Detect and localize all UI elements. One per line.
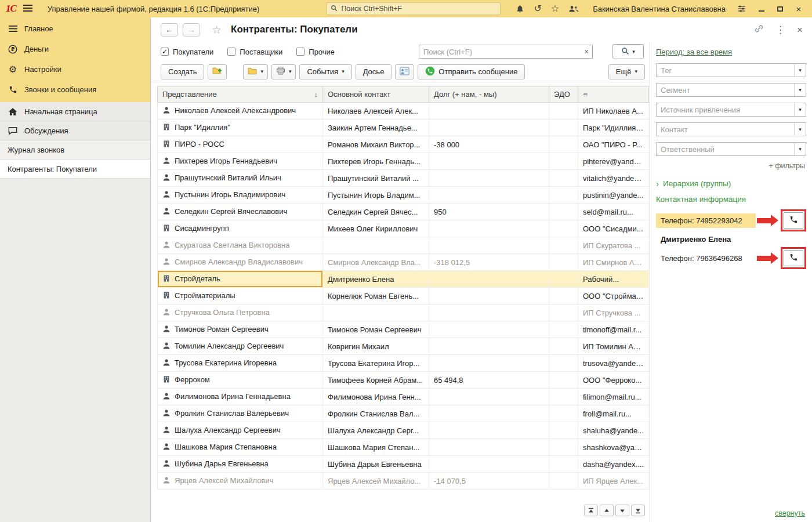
call-button-2[interactable] [784,250,803,266]
table-row[interactable]: Ферроком Тимофеев Корней Абрам... 65 494… [158,372,649,389]
chevron-down-icon[interactable]: ▾ [794,103,806,116]
notifications-bell-icon[interactable] [516,4,524,13]
hierarchy-toggle[interactable]: › Иерархия (группы) [656,179,806,188]
filter-segment-input[interactable] [657,84,794,96]
table-row[interactable]: Стручкова Ольга Петровна ИП Стручкова ..… [158,304,649,321]
table-row[interactable]: Скуратова Светлана Викторовна ИП Скурато… [158,237,649,254]
table-row[interactable]: ПИРО - РОСС Романов Михаил Виктор... -38… [158,136,649,153]
sidebar-item-counterparties[interactable]: Контрагенты: Покупатели [0,160,150,179]
column-label: Представление [162,90,217,99]
contact-phone-highlighted[interactable]: Телефон: 74952293042 [656,213,756,228]
table-row[interactable]: Фролкин Станислав Валерьевич Фролкин Ста… [158,405,649,422]
call-button-1[interactable] [784,212,803,229]
list-up-button[interactable] [600,505,614,516]
table-row[interactable]: Пустынин Игорь Владимирович Пустынин Иго… [158,187,649,204]
table-row[interactable]: Николаев Алексей Александрович Николаев … [158,103,649,119]
sidebar-item-settings[interactable]: ⚙ Настройки [0,59,150,79]
table-row[interactable]: Шубина Дарья Евгеньевна Шубина Дарья Евг… [158,456,649,473]
cell-contact: Тимофеев Корней Абрам... [323,372,429,389]
history-icon[interactable]: ↺ [534,4,541,13]
chevron-down-icon[interactable]: ▾ [794,143,806,155]
close-form-icon[interactable]: × [797,25,803,35]
table-row[interactable]: Стройматериалы Корнелюк Роман Евгень... … [158,288,649,304]
column-header-edo[interactable]: ЭДО [549,86,578,103]
table-row[interactable]: Ярцев Алексей Михайлович Ярцев Алексей М… [158,473,649,490]
table-row[interactable]: Стройдеталь Дмитриенко Елена Рабочий... [158,271,649,288]
send-message-button[interactable]: Отправить сообщение [418,64,525,79]
back-button[interactable]: ← [161,23,178,37]
column-header-main-contact[interactable]: Основной контакт [323,86,429,103]
main-menu-button[interactable] [22,3,34,14]
current-user[interactable]: Бакинская Валентина Станиславовна [593,5,726,13]
sidebar-item-calls-messages[interactable]: Звонки и сообщения [0,79,150,100]
sidebar-item-home[interactable]: Начальная страница [0,102,150,121]
more-button[interactable]: Ещё ▾ [608,64,645,79]
clear-search-icon[interactable]: × [581,47,592,56]
column-header-representation[interactable]: Представление ↓ [158,86,323,103]
filter-responsible[interactable]: ▾ [656,142,806,156]
filter-tag[interactable]: ▾ [656,63,806,77]
favorites-star-icon[interactable]: ☆ [551,4,559,13]
table-row[interactable]: Шалуха Александр Сергеевич Шалуха Алекса… [158,422,649,439]
table-row[interactable]: Пихтерев Игорь Геннадьевич Пихтерев Игор… [158,153,649,170]
list-search[interactable]: × [419,45,593,59]
collapse-link[interactable]: свернуть [775,509,805,517]
cell-contact: Дмитриенко Елена [323,271,429,288]
filter-contact-input[interactable] [657,123,794,136]
sidebar-item-call-log[interactable]: Журнал звонков [0,140,150,160]
more-menu-icon[interactable]: ⋮ [775,25,785,35]
table-row[interactable]: Шашкова Мария Степановна Шашкова Мария С… [158,439,649,456]
checkbox-others[interactable]: Прочие [296,48,335,56]
list-search-input[interactable] [419,48,581,56]
table-row[interactable]: Томилин Александр Сергеевич Ковригин Мих… [158,338,649,355]
forward-button[interactable]: → [183,23,200,37]
favorite-star-icon[interactable]: ☆ [212,24,222,35]
table-row[interactable]: Парк "Идиллия" Заикин Артем Геннадье... … [158,119,649,136]
global-search-input[interactable] [341,5,496,13]
chevron-down-icon[interactable]: ▾ [794,123,806,136]
sidebar-item-main[interactable]: Главное [0,19,150,39]
sidebar-item-money[interactable]: ₽ Деньги [0,39,150,59]
list-down-button[interactable] [615,505,629,516]
table-row[interactable]: Смирнов Александр Владиславович Смирнов … [158,254,649,271]
create-group-button[interactable] [208,64,227,79]
list-bottom-button[interactable] [631,505,645,516]
table-row[interactable]: Сисадмингрупп Михеев Олег Кириллович ООО… [158,220,649,237]
get-link-icon[interactable] [754,24,764,35]
close-window-button[interactable]: × [795,5,803,13]
minimize-button[interactable] [757,5,766,13]
sidebar-item-discussions[interactable]: Обсуждения [0,121,150,140]
filter-segment[interactable]: ▾ [656,83,806,97]
table-row[interactable]: Трусова Екатерина Игоревна Трусова Екате… [158,355,649,372]
discussions-people-icon[interactable] [568,5,579,13]
checkbox-buyers[interactable]: Покупатели [161,48,213,56]
create-button[interactable]: Создать [161,64,204,79]
table-row[interactable]: Прашутинский Виталий Ильич Прашутинский … [158,170,649,187]
maximize-button[interactable] [776,5,784,13]
dossier-button[interactable]: Досье [356,64,392,79]
search-button[interactable]: ▾ [612,44,644,59]
column-header-debt[interactable]: Долг (+ нам, - мы) [429,86,549,103]
chevron-down-icon[interactable]: ▾ [794,64,806,77]
events-button[interactable]: События ▾ [299,64,351,79]
list-top-button[interactable] [584,505,598,516]
filter-responsible-input[interactable] [657,143,794,155]
contact-phone[interactable]: Телефон: 79636496268 [656,251,756,266]
filter-acquisition-source-input[interactable] [657,103,794,116]
global-search[interactable] [327,2,501,15]
more-filters-link[interactable]: + фильтры [656,162,805,170]
table-row[interactable]: Тимонов Роман Сергеевич Тимонов Роман Се… [158,321,649,338]
group-actions-button[interactable]: ▾ [243,64,268,79]
checkbox-suppliers[interactable]: Поставщики [227,48,282,56]
table-row[interactable]: Филимонова Ирина Геннадьевна Филимонова … [158,389,649,405]
view-settings-icon[interactable] [737,5,746,13]
chevron-down-icon[interactable]: ▾ [794,84,806,96]
filter-acquisition-source[interactable]: ▾ [656,103,806,117]
counterparty-card-button[interactable] [395,64,414,79]
filter-tag-input[interactable] [657,64,794,77]
filter-contact[interactable]: ▾ [656,122,806,136]
period-link[interactable]: Период: за все время [656,48,732,56]
table-row[interactable]: Селедкин Сергей Вячеславович Селедкин Се… [158,204,649,220]
print-button[interactable]: ▾ [271,64,296,79]
column-header-info[interactable]: ≡ [578,86,649,103]
